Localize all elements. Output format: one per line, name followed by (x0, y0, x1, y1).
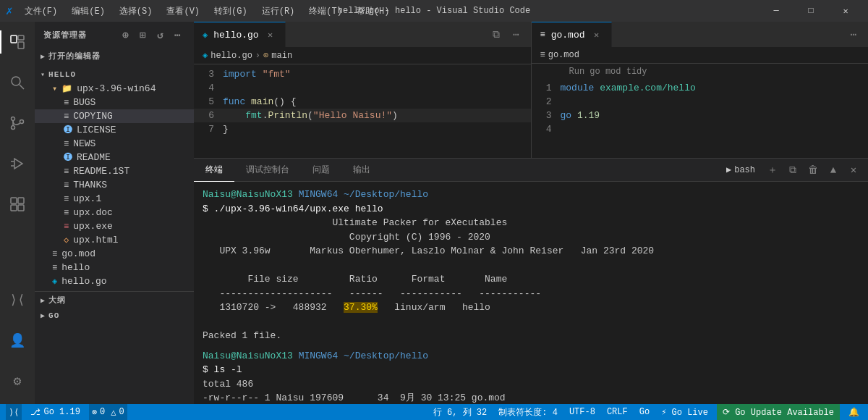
file-icon: ≡ (64, 194, 69, 204)
remote-button[interactable]: ⟩⟨ (6, 404, 22, 420)
menu-file[interactable]: 文件(F) (19, 4, 64, 19)
close-panel-button[interactable]: ✕ (845, 161, 862, 179)
remote-icon[interactable]: ⟩⟨ (0, 282, 35, 317)
maximize-panel-button[interactable]: ▲ (825, 161, 842, 179)
sidebar-item-bugs[interactable]: ≡ BUGS (35, 96, 194, 109)
menu-view[interactable]: 查看(V) (161, 4, 205, 19)
notifications-button[interactable]: 🔔 (846, 404, 862, 420)
line-number: 2 (532, 95, 561, 109)
sidebar-item-upxexe[interactable]: ≡ upx.exe (35, 219, 194, 233)
file-icon: ≡ (64, 167, 69, 177)
refresh-icon[interactable]: ↺ (153, 28, 168, 42)
sidebar-item-upxhtml[interactable]: ◇ upx.html (35, 233, 194, 247)
breadcrumb-icon: ◈ (203, 50, 208, 61)
line-number: 4 (532, 122, 561, 136)
sidebar-item-upx1[interactable]: ≡ upx.1 (35, 192, 194, 206)
menu-edit[interactable]: 编辑(E) (66, 4, 111, 19)
error-icon: ⊗ (92, 407, 97, 418)
tab-size-button[interactable]: 制表符长度: 4 (495, 404, 561, 420)
update-button[interactable]: ⟳ Go Update Available (717, 404, 840, 420)
right-tab-bar: ≡ go.mod ✕ ⋯ (532, 22, 869, 47)
sidebar-item-upxdoc[interactable]: ≡ upx.doc (35, 206, 194, 219)
warning-icon: △ (111, 407, 116, 418)
account-icon[interactable]: 👤 (0, 323, 35, 358)
breadcrumb-file[interactable]: hello.go (210, 51, 252, 61)
debug-console-tab[interactable]: 调试控制台 (234, 159, 301, 182)
split-editor-button[interactable]: ⧉ (488, 26, 505, 43)
menu-goto[interactable]: 转到(G) (208, 4, 253, 19)
kill-terminal-button[interactable]: 🗑 (804, 161, 822, 179)
debug-icon[interactable] (0, 146, 35, 181)
close-button[interactable]: ✕ (829, 0, 862, 22)
sidebar-item-hello[interactable]: ≡ hello (35, 261, 194, 274)
sidebar-item-readme[interactable]: 🅘 README (35, 151, 194, 164)
open-editors-header[interactable]: ▶ 打开的编辑器 (35, 48, 194, 64)
terminal-output-upx: Ultimate Packer for eXecutables Copyrigh… (203, 216, 859, 343)
chevron-right-icon: ▶ (41, 311, 46, 320)
terminal-tab[interactable]: 终端 (194, 159, 234, 182)
code-line-7: 7 } (194, 122, 531, 136)
panel-tabs: 终端 调试控制台 问题 输出 ▶ bash ＋ ⧉ 🗑 ▲ ✕ (194, 159, 868, 182)
chevron-right-icon: ▶ (41, 296, 46, 305)
readme1st-label: README.1ST (73, 166, 129, 177)
new-file-icon[interactable]: ⊕ (119, 28, 133, 42)
sidebar-item-upx-folder[interactable]: ▾ 📁 upx-3.96-win64 (35, 82, 194, 96)
source-control-icon[interactable] (0, 106, 35, 140)
svg-rect-12 (11, 198, 17, 203)
git-branch-button[interactable]: ⎇ Go 1.19 (27, 404, 82, 420)
go-label: GO (48, 311, 59, 320)
code-line-4: 4 (194, 81, 531, 95)
go-mod-tab[interactable]: ≡ go.mod ✕ (532, 22, 612, 47)
titlebar: ✗ 文件(F) 编辑(E) 选择(S) 查看(V) 转到(G) 运行(R) 终端… (0, 0, 868, 22)
new-folder-icon[interactable]: ⊞ (136, 28, 150, 42)
sidebar-item-news[interactable]: ≡ NEWS (35, 137, 194, 151)
errors-button[interactable]: ⊗ 0 △ 0 (89, 404, 127, 420)
close-tab-icon[interactable]: ✕ (591, 29, 603, 41)
problems-tab[interactable]: 问题 (301, 159, 341, 182)
extensions-icon[interactable] (0, 187, 35, 222)
sidebar-item-thanks[interactable]: ≡ THANKS (35, 178, 194, 192)
prompt-path-1: MINGW64 ~/Desktop/hello (299, 189, 428, 200)
golive-label: ⚡ Go Live (661, 407, 708, 418)
language-label: Go (639, 407, 650, 417)
code-editor-right[interactable]: 1 module example.com/hello 2 3 go 1.19 4 (532, 78, 869, 158)
golive-button[interactable]: ⚡ Go Live (658, 404, 711, 420)
search-icon[interactable] (0, 65, 35, 100)
sidebar-item-readme1st[interactable]: ≡ README.1ST (35, 164, 194, 178)
file-icon: ≡ (52, 263, 57, 273)
settings-icon[interactable]: ⚙ (0, 364, 35, 398)
code-editor-left[interactable]: 3 import "fmt" 4 5 func main() { 6 fmt.P… (194, 64, 531, 158)
line-ending-button[interactable]: CRLF (604, 404, 631, 420)
sidebar-outline-section[interactable]: ▶ 大纲 (35, 292, 194, 308)
line-content: } (223, 122, 531, 136)
warning-count: 0 (119, 407, 124, 417)
sidebar-item-copying[interactable]: ≡ COPYING (35, 109, 194, 123)
split-terminal-button[interactable]: ⧉ (784, 161, 801, 179)
menu-select[interactable]: 选择(S) (114, 4, 158, 19)
encoding-button[interactable]: UTF-8 (566, 404, 598, 420)
hello-go-tab[interactable]: ◈ hello.go ✕ (194, 22, 286, 47)
close-tab-icon[interactable]: ✕ (265, 29, 276, 41)
language-button[interactable]: Go (637, 404, 652, 420)
sidebar-item-license[interactable]: 🅘 LICENSE (35, 123, 194, 137)
breadcrumb-symbol[interactable]: main (271, 51, 292, 61)
line-number: 3 (532, 109, 561, 122)
sidebar-item-gomod[interactable]: ≡ go.mod (35, 247, 194, 261)
sidebar-item-hellogo[interactable]: ◈ hello.go (35, 274, 194, 288)
position-label: 行 6, 列 32 (433, 406, 487, 419)
output-tab[interactable]: 输出 (341, 159, 382, 182)
sidebar-go-section[interactable]: ▶ GO (35, 308, 194, 323)
explorer-icon[interactable] (0, 25, 35, 59)
more-actions-button[interactable]: ⋯ (508, 26, 525, 43)
minimize-button[interactable]: ─ (760, 0, 793, 22)
menu-run[interactable]: 运行(R) (256, 4, 301, 19)
hello-section-header[interactable]: ▾ HELLO (35, 67, 194, 82)
more-actions-button[interactable]: ⋯ (845, 26, 862, 43)
cursor-position[interactable]: 行 6, 列 32 (430, 404, 490, 420)
collapse-icon[interactable]: ⋯ (171, 28, 185, 42)
code-line-3: 3 import "fmt" (194, 67, 531, 81)
terminal-content[interactable]: Naisu@NaisuNoX13 MINGW64 ~/Desktop/hello… (194, 182, 868, 404)
add-terminal-button[interactable]: ＋ (764, 161, 781, 179)
maximize-button[interactable]: □ (794, 0, 827, 22)
gomod-label: go.mod (61, 248, 95, 259)
